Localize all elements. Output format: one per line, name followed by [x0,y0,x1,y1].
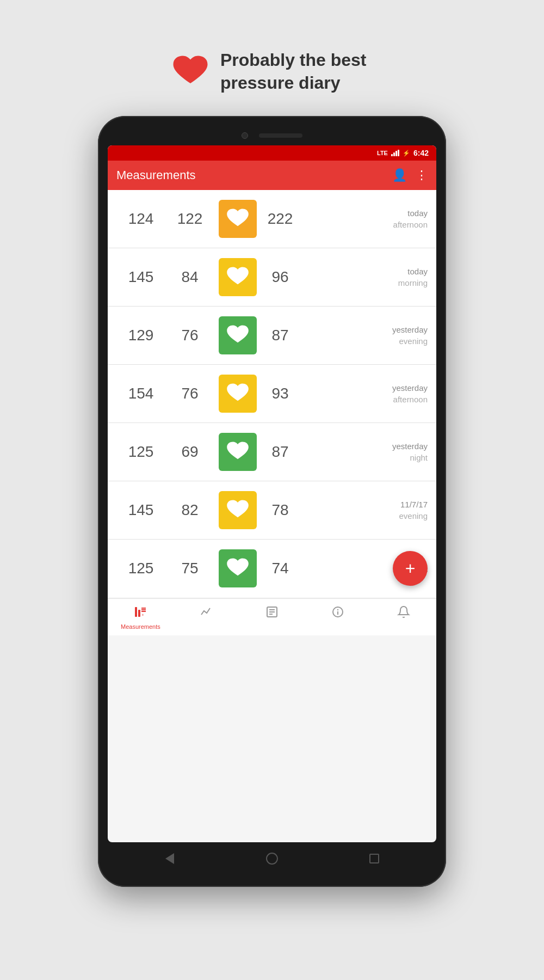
heart-badge [219,200,257,238]
nav-measurements-label: Measurements [121,623,160,630]
bottom-nav: + Measurements [108,598,436,635]
nav-alerts-icon [397,605,410,622]
phone-speaker [259,133,302,138]
measurement-row[interactable]: 154 76 93 yesterday afternoon [108,365,436,423]
measure-datetime: 11/7/17 evening [299,499,428,522]
nav-trends-icon [200,605,213,622]
recents-square-icon [369,854,379,863]
signal-bar-1 [391,154,393,156]
status-bar: LTE ⚡ 6:42 [108,145,436,161]
nav-trends[interactable] [174,599,239,635]
measurement-row[interactable]: 125 69 87 yesterday night [108,423,436,481]
pulse-value: 78 [261,501,299,519]
measure-day: today [299,207,428,219]
phone-camera [242,132,248,139]
app-bar-actions: 👤 ⋮ [392,168,428,182]
heart-badge [219,491,257,529]
measurement-row[interactable]: 145 82 78 11/7/17 evening [108,481,436,540]
home-circle-icon [266,853,278,865]
tagline-area: Probably the best pressure diary [171,49,373,94]
measure-datetime: yesterday evening [299,324,428,347]
heart-badge [219,375,257,413]
measure-day: 11/7/17 [299,499,428,510]
measurement-row[interactable]: 129 76 87 yesterday evening [108,307,436,365]
app-heart-logo [171,53,209,91]
phone-bottom-bar [108,842,436,871]
measure-day: yesterday [299,440,428,452]
measure-period: night [299,452,428,463]
measurement-row[interactable]: 125 75 74 a + [108,540,436,597]
nav-measurements-icon: + [134,605,147,622]
phone-top-bar [108,127,436,145]
diastolic-value: 69 [165,443,214,461]
svg-text:+: + [141,612,144,617]
diastolic-value: 76 [165,385,214,402]
more-options-icon[interactable]: ⋮ [416,168,428,182]
app-bar: Measurements 👤 ⋮ [108,161,436,190]
heart-badge [219,433,257,471]
measure-period: afternoon [299,394,428,405]
measure-period: evening [299,510,428,522]
diastolic-value: 75 [165,560,214,577]
pulse-value: 222 [261,210,299,228]
status-signal [391,150,399,156]
measure-datetime: yesterday night [299,440,428,463]
systolic-value: 124 [116,210,165,228]
heart-badge [219,258,257,296]
back-button[interactable] [162,851,177,866]
pulse-value: 74 [261,560,299,577]
measure-day: yesterday [299,324,428,335]
systolic-value: 145 [116,268,165,286]
nav-info-icon [331,605,344,622]
measure-day: yesterday [299,382,428,394]
measure-period: morning [299,277,428,289]
nav-info[interactable] [305,599,370,635]
app-bar-title: Measurements [116,168,196,182]
signal-bar-3 [395,151,397,156]
back-triangle-icon [165,853,174,864]
systolic-value: 129 [116,327,165,344]
measurement-row[interactable]: 145 84 96 today morning [108,248,436,307]
heart-badge [219,316,257,354]
heart-badge [219,549,257,587]
nav-alerts[interactable] [370,599,436,635]
nav-notes-icon [265,605,279,622]
status-lte: LTE [377,150,388,156]
measure-datetime: today afternoon [299,207,428,230]
nav-notes[interactable] [239,599,305,635]
recents-button[interactable] [367,851,382,866]
measure-day: today [299,266,428,277]
tagline-text: Probably the best pressure diary [220,49,373,94]
svg-point-12 [337,610,338,610]
status-time: 6:42 [413,149,429,157]
status-battery-icon: ⚡ [403,150,410,157]
measure-period: evening [299,335,428,347]
home-button[interactable] [264,851,280,866]
measure-datetime: today morning [299,266,428,289]
pulse-value: 96 [261,268,299,286]
svg-rect-0 [135,607,137,617]
systolic-value: 154 [116,385,165,402]
signal-bar-2 [393,152,395,156]
pulse-value: 87 [261,327,299,344]
measure-period: afternoon [299,219,428,230]
measure-datetime: yesterday afternoon [299,382,428,405]
svg-rect-1 [138,610,140,617]
phone-frame: LTE ⚡ 6:42 Measurements 👤 ⋮ [98,116,446,887]
pulse-value: 87 [261,443,299,461]
measurements-list: 124 122 222 today afternoon 145 84 96 to… [108,190,436,597]
diastolic-value: 82 [165,501,214,519]
signal-bar-4 [398,150,399,156]
systolic-value: 145 [116,501,165,519]
fab-add[interactable]: + [393,551,428,586]
page-wrapper: Probably the best pressure diary LTE ⚡ 6… [0,22,544,980]
diastolic-value: 84 [165,268,214,286]
systolic-value: 125 [116,443,165,461]
measurement-row[interactable]: 124 122 222 today afternoon [108,190,436,248]
pulse-value: 93 [261,385,299,402]
nav-measurements[interactable]: + Measurements [108,599,174,635]
diastolic-value: 76 [165,327,214,344]
diastolic-value: 122 [165,210,214,228]
phone-screen: LTE ⚡ 6:42 Measurements 👤 ⋮ [108,145,436,842]
profile-icon[interactable]: 👤 [392,168,407,182]
